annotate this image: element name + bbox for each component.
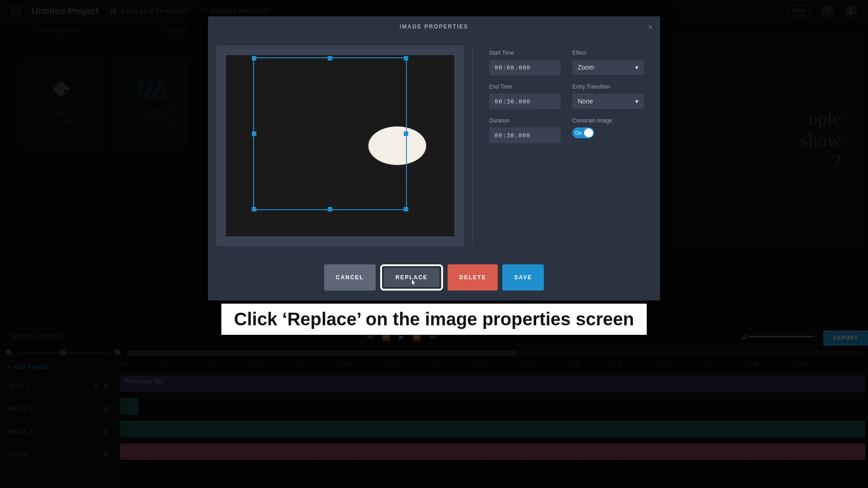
image-preview-pane — [208, 37, 472, 254]
modal-footer: CANCEL REPLACE DELETE SAVE — [208, 254, 660, 300]
end-time-input[interactable] — [489, 94, 561, 109]
crop-handle-se[interactable] — [404, 207, 408, 211]
image-properties-modal: IMAGE PROPERTIES × — [208, 16, 660, 300]
crop-handle-e[interactable] — [404, 131, 408, 136]
constrain-toggle[interactable]: On — [572, 127, 594, 138]
crop-handle-nw[interactable] — [252, 56, 256, 61]
effect-select[interactable]: Zoom ▾ — [572, 60, 644, 75]
image-crop-area[interactable] — [216, 45, 464, 246]
entry-value: None — [578, 98, 593, 105]
constrain-label: Constrain Image — [572, 117, 644, 124]
entry-transition-select[interactable]: None ▾ — [572, 94, 644, 109]
entry-transition-label: Entry Transition — [572, 84, 644, 90]
crop-handle-s[interactable] — [328, 207, 332, 211]
modal-header: IMAGE PROPERTIES × — [208, 16, 660, 37]
toggle-on-label: On — [575, 130, 582, 136]
end-time-label: End Time — [489, 84, 561, 90]
delete-button[interactable]: DELETE — [448, 264, 498, 291]
duration-label: Duration — [489, 117, 561, 124]
crop-handle-w[interactable] — [252, 131, 256, 136]
crop-handle-n[interactable] — [328, 56, 332, 61]
start-time-label: Start Time — [489, 50, 561, 56]
effect-label: Effect — [572, 50, 644, 56]
start-time-input[interactable] — [489, 60, 561, 75]
modal-title: IMAGE PROPERTIES — [400, 23, 468, 30]
crop-rectangle[interactable] — [253, 57, 407, 210]
crop-handle-sw[interactable] — [252, 207, 256, 211]
effect-value: Zoom — [578, 64, 594, 71]
close-icon[interactable]: × — [648, 23, 653, 32]
properties-pane: Start Time Effect Zoom ▾ End Time Entry … — [473, 37, 660, 254]
chevron-down-icon: ▾ — [635, 64, 638, 71]
crop-handle-ne[interactable] — [404, 56, 408, 61]
cursor-pointer-icon — [410, 277, 418, 287]
image-photo[interactable] — [226, 55, 454, 236]
instruction-banner: Click ‘Replace’ on the image properties … — [222, 304, 647, 335]
chevron-down-icon: ▾ — [635, 98, 638, 105]
save-button[interactable]: SAVE — [502, 264, 544, 291]
cancel-button[interactable]: CANCEL — [324, 264, 376, 291]
duration-input[interactable] — [489, 127, 561, 143]
